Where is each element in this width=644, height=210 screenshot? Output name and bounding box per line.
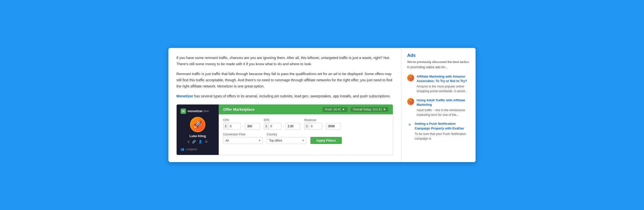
sidebar-item-title-1[interactable]: Affiliate Marketing with Amazon Associat…	[416, 74, 470, 83]
push-stat: Push: $0.91 ▼	[322, 107, 348, 112]
sidebar-item-desc-3: To be sure that your Push Notification c…	[415, 132, 470, 141]
user-icon: 👤	[198, 140, 202, 144]
epc-label: EPC	[264, 118, 300, 122]
revenue-separator: -	[324, 124, 324, 128]
cpa-min-wrapper: $	[223, 123, 241, 130]
logo-icon: m	[180, 108, 186, 114]
sidebar-item-title-3[interactable]: Setting a Push Notification Campaign Pro…	[415, 121, 470, 130]
country-wrapper: Top offers ▼	[267, 137, 306, 144]
sidebar: Ads We've previously discussed the best …	[401, 48, 476, 162]
sidebar-item-desc-2: Adult traffic – this is the wholesome ma…	[416, 108, 470, 117]
epc-filter: EPC $ -	[264, 118, 300, 130]
conversion-flow-label: Conversion Flow	[223, 133, 263, 136]
revenue-min-wrapper: $	[304, 123, 322, 130]
sidebar-item-content-3: Setting a Push Notification Campaign Pro…	[415, 121, 470, 141]
overall-value: $12.61	[373, 108, 382, 111]
top-bar-stats: Push: $0.91 ▼ Overall Today: $12.61 ▼	[322, 107, 388, 112]
sidebar-section-title: Ads	[407, 53, 470, 58]
revenue-min-input[interactable]	[309, 124, 322, 128]
monetizer-widget: m monetizer plus+ 🚀 Luke Kling $ 🔗 👤 ⚙	[176, 104, 393, 155]
filter-row-1: CPA $ -	[223, 118, 388, 130]
paragraph-3: Monetizer has several types of offers in…	[176, 93, 393, 99]
user-icons: $ 🔗 👤 ⚙	[188, 140, 208, 144]
page-container: If you have some remnant traffic, chance…	[168, 48, 476, 162]
epc-separator: -	[283, 124, 284, 128]
logo-text: monetizer	[188, 109, 202, 113]
revenue-filter: Revenue $ -	[304, 118, 341, 130]
logo-plus: plus+	[203, 110, 209, 112]
link-icon: 🔗	[192, 140, 196, 144]
conversion-flow-select[interactable]: All	[223, 137, 263, 144]
epc-max-input[interactable]	[285, 123, 300, 130]
country-select[interactable]: Top offers	[267, 137, 306, 144]
epc-range: $ -	[264, 123, 300, 130]
sidebar-item-content-1: Affiliate Marketing with Amazon Associat…	[416, 74, 470, 94]
leagues-icon: 👥	[180, 147, 184, 151]
leagues-item[interactable]: 👥 Leagues	[180, 147, 197, 151]
sidebar-item-icon-2: 🚀	[407, 98, 414, 105]
cpa-filter: CPA $ -	[223, 118, 260, 130]
widget-logo: m monetizer plus+	[180, 108, 210, 114]
user-name: Luke Kling	[190, 134, 206, 138]
avatar: 🚀	[190, 117, 205, 132]
country-filter: Country Top offers ▼	[267, 133, 306, 144]
conversion-flow-filter: Conversion Flow All ▼	[223, 133, 263, 144]
sidebar-chevron-icon-3: »	[407, 121, 412, 128]
sidebar-item-content-2: Using Adult Traffic with Affiliate Marke…	[416, 98, 470, 117]
widget-top-bar: Offer Marketplace Push: $0.91 ▼ Overall …	[219, 105, 393, 114]
leagues-label: Leagues	[186, 147, 197, 151]
dollar-icon: $	[188, 140, 189, 144]
sidebar-item-evadav: » Setting a Push Notification Campaign P…	[407, 121, 470, 141]
monetizer-link[interactable]: Monetizer	[176, 94, 193, 98]
main-content: If you have some remnant traffic, chance…	[168, 48, 401, 162]
overall-stat: Overall Today: $12.61 ▼	[350, 107, 388, 112]
widget-main: Offer Marketplace Push: $0.91 ▼ Overall …	[219, 105, 393, 155]
sidebar-item-icon-1: 🚀	[407, 74, 414, 81]
filter-row-2: Conversion Flow All ▼ Countr	[223, 133, 388, 144]
settings-icon: ⚙	[205, 140, 208, 144]
epc-min-wrapper: $	[264, 123, 282, 130]
push-value: $0.91	[334, 108, 341, 111]
revenue-range: $ -	[304, 123, 341, 130]
paragraph-2: Remnant traffic is just traffic that fal…	[176, 71, 393, 89]
cpa-separator: -	[242, 124, 244, 128]
sidebar-item-adult-traffic: 🚀 Using Adult Traffic with Affiliate Mar…	[407, 98, 470, 117]
epc-prefix: $	[264, 123, 269, 129]
sidebar-item-title-2[interactable]: Using Adult Traffic with Affiliate Marke…	[416, 98, 470, 107]
push-arrow-icon: ▼	[342, 108, 345, 111]
offer-marketplace-title: Offer Marketplace	[223, 107, 255, 111]
cpa-prefix: $	[224, 123, 228, 129]
revenue-label: Revenue	[304, 118, 341, 122]
cpa-range: $ -	[223, 123, 260, 130]
cpa-min-input[interactable]	[228, 124, 241, 128]
widget-body: CPA $ -	[219, 114, 393, 148]
revenue-prefix: $	[304, 123, 309, 129]
epc-min-input[interactable]	[269, 124, 281, 128]
sidebar-intro: We've previously discussed the best tact…	[407, 60, 470, 70]
sidebar-item-desc-1: Amazon is the most popular online shoppi…	[416, 84, 470, 94]
conversion-flow-wrapper: All ▼	[223, 137, 263, 144]
overall-arrow-icon: ▼	[383, 108, 386, 111]
paragraph-1: If you have some remnant traffic, chance…	[176, 55, 393, 67]
cpa-label: CPA	[223, 118, 260, 122]
widget-header: m monetizer plus+ 🚀 Luke Kling $ 🔗 👤 ⚙	[176, 105, 393, 155]
country-label: Country	[267, 133, 306, 136]
widget-sidebar: m monetizer plus+ 🚀 Luke Kling $ 🔗 👤 ⚙	[176, 105, 219, 155]
cpa-max-input[interactable]	[245, 123, 260, 130]
revenue-max-input[interactable]	[326, 123, 341, 130]
sidebar-item-amazon: 🚀 Affiliate Marketing with Amazon Associ…	[407, 74, 470, 94]
apply-filters-button[interactable]: Apply Filters	[310, 137, 342, 144]
